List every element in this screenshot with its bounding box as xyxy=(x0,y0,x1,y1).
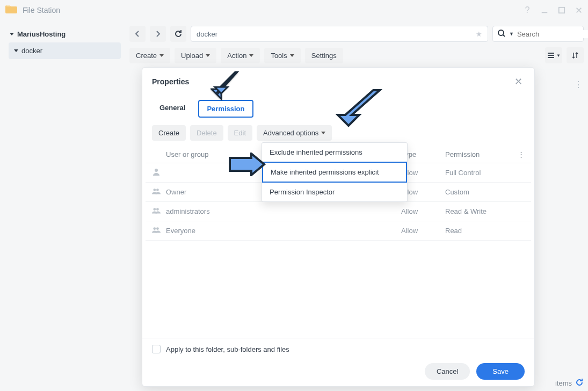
advanced-options-menu: Exclude inherited permissions Make inher… xyxy=(262,142,408,202)
group-icon xyxy=(152,187,166,197)
search-icon xyxy=(497,29,506,39)
col-type: Type xyxy=(401,150,445,158)
row-type: Allow xyxy=(401,188,445,196)
search-caret[interactable]: ▼ xyxy=(509,31,514,37)
perm-edit-button: Edit xyxy=(228,125,252,141)
tree-root-label: MariusHosting xyxy=(17,30,66,38)
row-type: Allow xyxy=(401,227,445,235)
dialog-title: Properties xyxy=(152,77,189,86)
tree-root[interactable]: MariusHosting xyxy=(4,26,121,42)
search-input[interactable] xyxy=(517,30,588,38)
advanced-options-button[interactable]: Advanced options xyxy=(257,125,332,141)
svg-rect-0 xyxy=(542,12,548,13)
svg-point-6 xyxy=(153,208,156,211)
perm-create-button[interactable]: Create xyxy=(152,125,186,141)
apply-checkbox[interactable] xyxy=(152,345,161,353)
folder-icon xyxy=(5,4,17,16)
forward-button[interactable] xyxy=(150,26,166,42)
items-label: items xyxy=(555,379,572,387)
action-button[interactable]: Action xyxy=(221,48,260,63)
group-icon xyxy=(152,206,166,216)
perm-delete-button: Delete xyxy=(190,125,223,141)
minimize-icon[interactable] xyxy=(541,6,548,14)
tree-item-label: docker xyxy=(21,47,42,55)
permission-row[interactable]: EveryoneAllowRead xyxy=(146,221,531,241)
menu-permission-inspector[interactable]: Permission Inspector xyxy=(262,183,407,201)
svg-point-7 xyxy=(156,208,159,211)
row-permission: Full Control xyxy=(445,169,515,177)
svg-point-2 xyxy=(498,30,504,35)
row-user: Everyone xyxy=(166,227,401,235)
row-permission: Read xyxy=(445,227,515,235)
help-icon[interactable]: ? xyxy=(524,6,531,14)
back-button[interactable] xyxy=(129,26,146,42)
row-type: Allow xyxy=(401,207,445,215)
search-box[interactable]: ▼ xyxy=(492,26,584,42)
permission-row[interactable]: administratorsAllowRead & Write xyxy=(146,202,531,221)
refresh-icon[interactable] xyxy=(575,378,584,388)
sort-button[interactable] xyxy=(567,47,584,63)
dialog-close-button[interactable]: ✕ xyxy=(512,75,525,88)
row-user: administrators xyxy=(166,207,401,215)
list-view-button[interactable]: ▼ xyxy=(545,47,562,63)
settings-button[interactable]: Settings xyxy=(305,48,343,63)
tree-item-docker[interactable]: docker xyxy=(9,42,121,59)
cancel-button[interactable]: Cancel xyxy=(425,363,470,380)
row-type: Allow xyxy=(401,169,445,177)
close-icon[interactable] xyxy=(575,6,583,14)
star-icon[interactable]: ★ xyxy=(476,30,482,38)
svg-point-5 xyxy=(156,189,159,191)
chevron-down-icon xyxy=(14,49,18,52)
svg-rect-1 xyxy=(559,7,565,13)
svg-point-3 xyxy=(155,169,158,172)
overflow-menu[interactable]: ⋮ xyxy=(574,79,583,90)
tab-general[interactable]: General xyxy=(152,100,193,118)
refresh-button[interactable] xyxy=(170,26,186,42)
path-input[interactable]: docker ★ xyxy=(191,26,488,42)
group-icon xyxy=(152,226,166,236)
row-permission: Custom xyxy=(445,188,515,196)
apply-label: Apply to this folder, sub-folders and fi… xyxy=(166,345,289,353)
svg-point-8 xyxy=(153,227,156,230)
upload-button[interactable]: Upload xyxy=(175,48,216,63)
save-button[interactable]: Save xyxy=(476,363,525,380)
tools-button[interactable]: Tools xyxy=(264,48,300,63)
person-icon xyxy=(152,168,166,178)
row-permission: Read & Write xyxy=(445,207,515,215)
create-button[interactable]: Create xyxy=(129,48,170,63)
col-overflow[interactable]: ⋮ xyxy=(515,150,525,158)
tab-permission[interactable]: Permission xyxy=(198,100,253,118)
menu-exclude-inherited[interactable]: Exclude inherited permissions xyxy=(262,143,407,162)
path-value: docker xyxy=(197,30,217,38)
chevron-down-icon xyxy=(10,33,14,35)
svg-point-9 xyxy=(156,227,159,230)
svg-point-4 xyxy=(153,189,156,191)
menu-make-explicit[interactable]: Make inherited permissions explicit xyxy=(262,162,407,183)
maximize-icon[interactable] xyxy=(558,6,565,14)
window-title: File Station xyxy=(23,6,60,15)
col-permission: Permission xyxy=(445,150,515,158)
